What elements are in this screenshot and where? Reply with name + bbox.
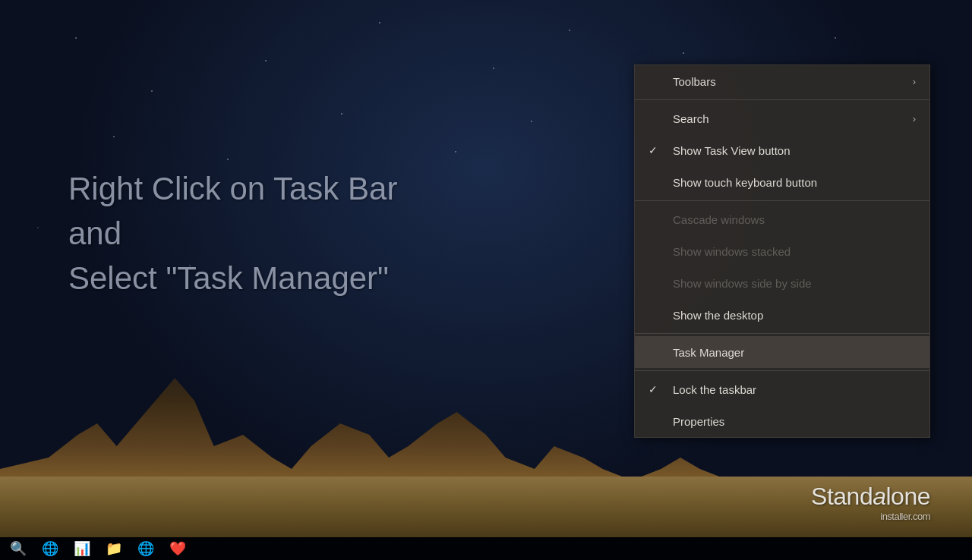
menu-item-label: Show windows side by side: [673, 277, 812, 290]
menu-item-label: Cascade windows: [673, 213, 765, 226]
taskbar-icon-search[interactable]: 🔍: [3, 538, 33, 559]
menu-item-show-windows-side: Show windows side by side: [635, 267, 929, 299]
taskbar-icon-folder[interactable]: 📁: [99, 538, 129, 559]
watermark-text-italic: a: [873, 483, 885, 511]
watermark-text: Stand: [811, 483, 873, 511]
menu-item-properties[interactable]: Properties: [635, 405, 929, 437]
menu-item-show-windows-stacked: Show windows stacked: [635, 235, 929, 267]
menu-item-lock-taskbar[interactable]: ✓Lock the taskbar: [635, 373, 929, 405]
taskbar-icon-app[interactable]: ❤️: [163, 538, 193, 559]
taskbar-context-menu: Toolbars›Search›✓Show Task View buttonSh…: [634, 64, 930, 438]
edge-icon: 🌐: [42, 540, 58, 557]
browser-icon: 🌐: [137, 540, 154, 557]
menu-item-label: Show windows stacked: [673, 245, 791, 258]
menu-item-toolbars[interactable]: Toolbars›: [635, 65, 929, 97]
menu-item-show-task-view[interactable]: ✓Show Task View button: [635, 134, 929, 166]
taskbar-icon-browser[interactable]: 🌐: [131, 538, 161, 559]
instruction-line2: and: [68, 212, 397, 256]
instruction-line1: Right Click on Task Bar: [68, 167, 397, 212]
taskbar: 🔍🌐📊📁🌐❤️: [0, 537, 972, 560]
menu-item-label: Show Task View button: [673, 144, 791, 157]
instruction-line3: Select "Task Manager": [68, 256, 397, 301]
submenu-arrow-icon: ›: [913, 113, 916, 124]
watermark-text2: lone: [886, 483, 931, 511]
taskbar-icon-edge[interactable]: 🌐: [35, 538, 65, 559]
app-icon: ❤️: [169, 540, 186, 557]
menu-separator: [635, 370, 929, 371]
menu-separator: [635, 99, 929, 100]
menu-item-task-manager[interactable]: Task Manager: [635, 336, 929, 368]
menu-item-show-touch-keyboard[interactable]: Show touch keyboard button: [635, 166, 929, 198]
taskbar-icon-excel[interactable]: 📊: [67, 538, 97, 559]
menu-separator: [635, 333, 929, 334]
menu-item-search[interactable]: Search›: [635, 102, 929, 134]
menu-item-label: Toolbars: [673, 75, 716, 88]
menu-separator: [635, 200, 929, 201]
menu-item-label: Show touch keyboard button: [673, 176, 817, 189]
search-icon: 🔍: [10, 540, 27, 557]
watermark: Standalone installer.com: [811, 483, 930, 522]
menu-item-label: Properties: [673, 415, 724, 428]
folder-icon: 📁: [106, 540, 122, 557]
menu-item-label: Task Manager: [673, 346, 744, 359]
menu-item-show-desktop[interactable]: Show the desktop: [635, 299, 929, 331]
excel-icon: 📊: [74, 540, 90, 557]
menu-item-label: Lock the taskbar: [673, 383, 756, 396]
checkmark-icon: ✓: [649, 144, 658, 156]
menu-item-label: Show the desktop: [673, 309, 763, 322]
instruction-text: Right Click on Task Bar and Select "Task…: [68, 167, 397, 300]
submenu-arrow-icon: ›: [913, 76, 916, 87]
menu-item-label: Search: [673, 112, 709, 125]
checkmark-icon: ✓: [649, 383, 658, 395]
watermark-site: installer.com: [811, 511, 930, 522]
menu-item-cascade-windows: Cascade windows: [635, 203, 929, 235]
